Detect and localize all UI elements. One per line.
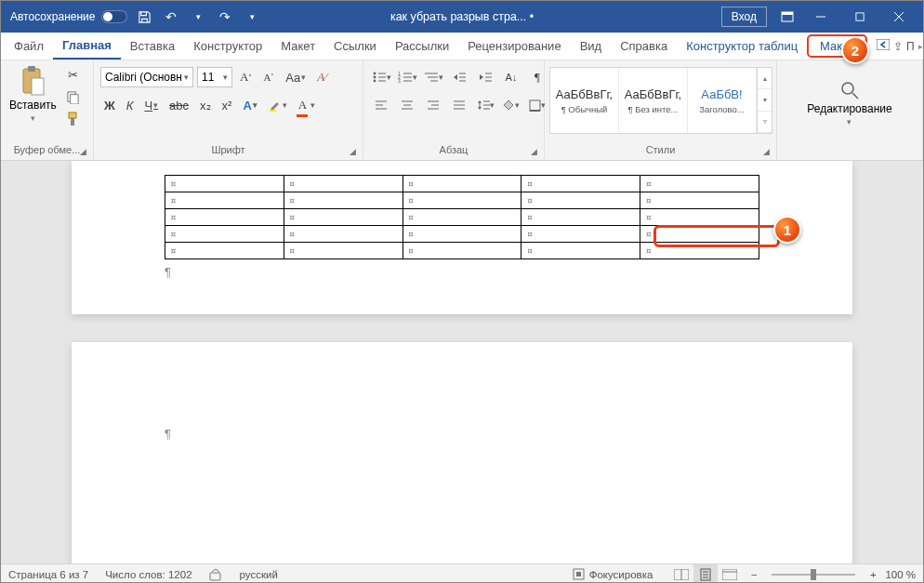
tab-table-design[interactable]: Конструктор таблиц bbox=[677, 33, 807, 60]
view-read-icon[interactable] bbox=[669, 564, 693, 584]
svg-rect-1 bbox=[782, 12, 793, 15]
tab-home[interactable]: Главная bbox=[53, 33, 121, 60]
multilevel-icon[interactable]: ▾ bbox=[422, 66, 444, 88]
tab-design[interactable]: Конструктор bbox=[184, 33, 271, 60]
collapse-ribbon-icon[interactable] bbox=[877, 39, 890, 53]
save-icon[interactable] bbox=[134, 7, 154, 27]
zoom-slider[interactable] bbox=[772, 574, 855, 576]
bullets-icon[interactable]: ▾ bbox=[370, 66, 392, 88]
minimize-button[interactable] bbox=[802, 1, 839, 33]
page-7: ¶ bbox=[72, 342, 852, 563]
paragraph-mark: ¶ bbox=[165, 427, 759, 441]
cut-icon[interactable]: ✂ bbox=[62, 63, 84, 86]
font-color-icon[interactable]: A▾ bbox=[295, 94, 319, 116]
svg-rect-6 bbox=[877, 39, 890, 50]
clear-format-icon[interactable]: A⁄ bbox=[313, 66, 330, 88]
align-right-icon[interactable] bbox=[422, 94, 444, 116]
status-focus[interactable]: Фокусировка bbox=[573, 568, 653, 580]
strike-button[interactable]: abc bbox=[165, 94, 192, 116]
styles-launcher-icon[interactable]: ◢ bbox=[760, 145, 772, 158]
paste-button[interactable]: Вставить ▾ bbox=[6, 63, 60, 125]
styles-more-icon[interactable]: ▿ bbox=[758, 112, 772, 133]
ribbon: Вставить ▾ ✂ Буфер обме...◢ Calibri (Осн… bbox=[1, 60, 923, 161]
underline-button[interactable]: Ч▾ bbox=[140, 94, 162, 116]
clipboard-launcher-icon[interactable]: ◢ bbox=[77, 145, 88, 158]
tab-view[interactable]: Вид bbox=[571, 33, 612, 60]
table-row: ¤¤¤¤¤ bbox=[165, 209, 759, 226]
undo-more-icon[interactable]: ▾ bbox=[188, 7, 208, 27]
numbering-icon[interactable]: 123▾ bbox=[396, 66, 418, 88]
styles-gallery[interactable]: АаБбВвГг, ¶ Обычный АаБбВвГг, ¶ Без инте… bbox=[549, 67, 772, 134]
status-language[interactable]: русский bbox=[240, 569, 278, 580]
ribbon-tabs: Файл Главная Вставка Конструктор Макет С… bbox=[1, 33, 923, 60]
view-print-icon[interactable] bbox=[693, 564, 718, 584]
tab-layout[interactable]: Макет bbox=[271, 33, 324, 60]
share-label[interactable]: П bbox=[906, 40, 915, 53]
svg-text:3: 3 bbox=[398, 78, 401, 84]
highlight-icon[interactable]: ▾ bbox=[265, 94, 291, 116]
svg-line-55 bbox=[852, 93, 858, 99]
copy-icon[interactable] bbox=[62, 86, 84, 108]
align-left-icon[interactable] bbox=[370, 94, 392, 116]
tab-file[interactable]: Файл bbox=[5, 33, 53, 60]
editing-label: Редактирование bbox=[807, 102, 891, 115]
view-web-icon[interactable] bbox=[718, 564, 742, 584]
share-icon[interactable]: ⇪ bbox=[893, 40, 903, 53]
subscript-button[interactable]: x₂ bbox=[196, 94, 215, 116]
editing-button[interactable]: Редактирование ▾ bbox=[803, 78, 895, 128]
svg-rect-56 bbox=[210, 573, 220, 580]
zoom-in-icon[interactable]: + bbox=[861, 564, 885, 584]
redo-icon[interactable]: ↷ bbox=[215, 7, 235, 27]
text-effects-icon[interactable]: A▾ bbox=[239, 94, 260, 116]
align-center-icon[interactable] bbox=[396, 94, 418, 116]
tab-insert[interactable]: Вставка bbox=[121, 33, 184, 60]
increase-indent-icon[interactable] bbox=[474, 66, 496, 88]
justify-icon[interactable] bbox=[448, 94, 470, 116]
font-launcher-icon[interactable]: ◢ bbox=[347, 145, 358, 158]
document-title: как убрать разрыв стра... • bbox=[390, 10, 534, 23]
superscript-button[interactable]: x² bbox=[218, 94, 236, 116]
line-spacing-icon[interactable]: ▾ bbox=[474, 94, 496, 116]
styles-scroll-up-icon[interactable]: ▴ bbox=[758, 68, 772, 89]
change-case-icon[interactable]: Aa▾ bbox=[282, 66, 310, 88]
paragraph-mark: ¶ bbox=[165, 265, 759, 279]
grow-font-icon[interactable]: A˄ bbox=[236, 66, 256, 88]
tab-mailings[interactable]: Рассылки bbox=[386, 33, 458, 60]
svg-point-15 bbox=[373, 73, 376, 75]
autosave-toggle[interactable] bbox=[101, 10, 127, 23]
shading-icon[interactable]: ▾ bbox=[500, 94, 522, 116]
style-normal[interactable]: АаБбВвГг, ¶ Обычный bbox=[550, 68, 619, 133]
table-row: ¤¤¤¤¤ bbox=[165, 176, 759, 192]
tab-help[interactable]: Справка bbox=[611, 33, 677, 60]
signin-button[interactable]: Вход bbox=[721, 7, 767, 27]
zoom-value[interactable]: 100 % bbox=[885, 569, 916, 580]
shrink-font-icon[interactable]: A˅ bbox=[259, 66, 278, 88]
svg-rect-12 bbox=[69, 113, 76, 118]
bold-button[interactable]: Ж bbox=[100, 94, 119, 116]
close-button[interactable] bbox=[880, 1, 917, 33]
font-size-select[interactable]: 11▾ bbox=[197, 67, 232, 87]
decrease-indent-icon[interactable] bbox=[448, 66, 470, 88]
svg-rect-11 bbox=[71, 94, 78, 103]
group-clipboard-label: Буфер обме... bbox=[14, 144, 81, 155]
sort-icon[interactable]: A↓ bbox=[500, 66, 522, 88]
svg-rect-9 bbox=[32, 78, 44, 95]
italic-button[interactable]: К bbox=[123, 94, 138, 116]
status-page[interactable]: Страница 6 из 7 bbox=[8, 569, 88, 580]
maximize-button[interactable] bbox=[841, 1, 878, 33]
tab-review[interactable]: Рецензирование bbox=[458, 33, 570, 60]
paragraph-launcher-icon[interactable]: ◢ bbox=[528, 145, 539, 158]
style-nospacing[interactable]: АаБбВвГг, ¶ Без инте... bbox=[619, 68, 688, 133]
font-name-select[interactable]: Calibri (Основн▾ bbox=[100, 67, 193, 87]
tab-references[interactable]: Ссылки bbox=[324, 33, 386, 60]
qat-customize-icon[interactable]: ▾ bbox=[242, 7, 262, 27]
zoom-out-icon[interactable]: − bbox=[742, 564, 766, 584]
statusbar: Страница 6 из 7 Число слов: 1202 русский… bbox=[1, 563, 923, 583]
ribbon-display-icon[interactable] bbox=[774, 4, 800, 30]
status-words[interactable]: Число слов: 1202 bbox=[105, 569, 191, 580]
format-painter-icon[interactable] bbox=[62, 108, 84, 130]
undo-icon[interactable]: ↶ bbox=[161, 7, 181, 27]
style-heading1[interactable]: АаБбВ! Заголово... bbox=[688, 68, 757, 133]
status-proofing[interactable] bbox=[209, 568, 223, 581]
styles-scroll-down-icon[interactable]: ▾ bbox=[758, 89, 772, 111]
